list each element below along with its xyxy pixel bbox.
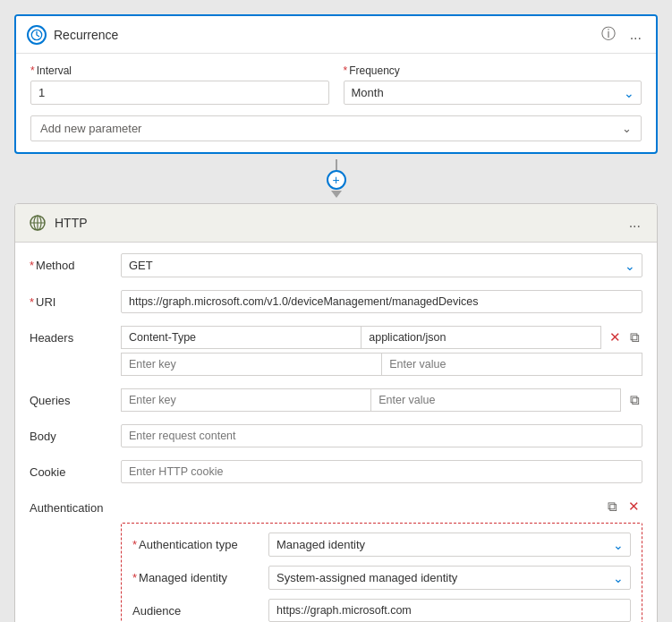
method-row: *Method GET POST PUT PATCH DELETE ⌄ [30, 253, 642, 277]
frequency-select[interactable]: Month Second Minute Hour Day Week [344, 81, 642, 105]
auth-section: *Authentication type Managed identity No… [121, 523, 642, 622]
audience-field [268, 599, 631, 622]
headers-label: Headers [30, 326, 110, 345]
plus-icon: + [332, 173, 339, 187]
http-header-left: HTTP [28, 213, 88, 233]
header-row-1-actions: ✕ ⧉ [601, 327, 642, 348]
body-field [121, 424, 642, 447]
more-icon: ... [630, 27, 642, 43]
cookie-input[interactable] [121, 460, 642, 483]
auth-delete-icon[interactable]: ✕ [625, 496, 642, 517]
auth-top-actions: ⧉ ✕ [121, 496, 642, 517]
managed-identity-label: *Managed identity [132, 571, 258, 584]
header-row-2 [121, 353, 642, 376]
recurrence-header: Recurrence ⓘ ... [16, 16, 656, 54]
header-delete-1-icon[interactable]: ✕ [607, 327, 624, 348]
body-input[interactable] [121, 424, 642, 447]
http-card: HTTP ... *Method GET POST [14, 203, 658, 622]
header-left: Recurrence [27, 25, 118, 45]
cookie-label: Cookie [30, 460, 110, 479]
http-title: HTTP [55, 216, 88, 230]
interval-group: *Interval [30, 64, 329, 105]
header-key-2[interactable] [121, 353, 381, 376]
audience-input[interactable] [268, 599, 631, 622]
headers-row: Headers ✕ ⧉ [30, 326, 642, 376]
queries-fields: ⧉ [121, 388, 642, 412]
authentication-label: Authentication [30, 496, 110, 515]
http-icon [28, 213, 47, 233]
auth-type-select[interactable]: Managed identity None Basic Client Certi… [268, 533, 631, 557]
cookie-row: Cookie [30, 460, 642, 483]
header-value-1[interactable] [361, 326, 601, 349]
add-parameter-chevron-icon: ⌄ [622, 122, 632, 135]
uri-required-star: * [30, 295, 34, 309]
auth-type-row: *Authentication type Managed identity No… [132, 533, 631, 557]
managed-identity-field: System-assigned managed identity User-as… [268, 566, 631, 590]
method-select[interactable]: GET POST PUT PATCH DELETE [121, 253, 642, 277]
header-value-2[interactable] [381, 353, 642, 376]
method-required-star: * [30, 259, 34, 272]
uri-field [121, 290, 642, 313]
uri-row: *URI [30, 290, 642, 313]
info-icon: ⓘ [601, 25, 616, 44]
http-header: HTTP ... [15, 204, 657, 243]
authentication-row: Authentication ⧉ ✕ *Authentication type [30, 496, 642, 622]
header-key-1[interactable] [121, 326, 361, 349]
body-label: Body [30, 424, 110, 443]
interval-input[interactable] [30, 81, 329, 105]
frequency-select-wrapper: Month Second Minute Hour Day Week ⌄ [344, 81, 642, 105]
http-header-right: ... [625, 213, 644, 233]
method-label: *Method [30, 253, 110, 272]
add-parameter-row[interactable]: Add new parameter ⌄ [30, 115, 642, 141]
interval-required-star: * [30, 64, 35, 77]
authentication-field: ⧉ ✕ *Authentication type [121, 496, 642, 622]
queries-copy-icon[interactable]: ⧉ [626, 389, 642, 411]
page-container: Recurrence ⓘ ... *Interval [14, 14, 658, 622]
cookie-field [121, 460, 642, 483]
queries-input-group [121, 388, 621, 412]
frequency-group: *Frequency Month Second Minute Hour Day … [344, 64, 642, 105]
method-select-wrapper: GET POST PUT PATCH DELETE ⌄ [121, 253, 642, 277]
audience-label: Audience [132, 604, 258, 618]
uri-label: *URI [30, 290, 110, 309]
header-row-2-inputs [121, 353, 642, 376]
connector-line-top [336, 159, 337, 170]
recurrence-icon [27, 25, 47, 45]
http-more-button[interactable]: ... [625, 213, 644, 233]
recurrence-body: *Interval *Frequency Month Second Minute… [16, 54, 656, 152]
method-field: GET POST PUT PATCH DELETE ⌄ [121, 253, 642, 277]
auth-copy-icon[interactable]: ⧉ [605, 496, 620, 517]
recurrence-info-button[interactable]: ⓘ [598, 23, 619, 46]
add-step-button[interactable]: + [327, 170, 346, 190]
queries-value-input[interactable] [370, 388, 621, 412]
header-right: ⓘ ... [598, 23, 645, 46]
body-row: Body [30, 424, 642, 447]
add-parameter-label: Add new parameter [40, 122, 141, 135]
managed-identity-select[interactable]: System-assigned managed identity User-as… [268, 566, 631, 590]
header-row-1: ✕ ⧉ [121, 326, 642, 349]
managed-identity-required-star: * [132, 571, 137, 584]
frequency-label: *Frequency [344, 64, 642, 77]
queries-label: Queries [30, 388, 110, 407]
uri-input[interactable] [121, 290, 642, 313]
recurrence-fields-row: *Interval *Frequency Month Second Minute… [30, 64, 642, 105]
auth-type-label: *Authentication type [132, 538, 258, 551]
managed-identity-select-wrapper: System-assigned managed identity User-as… [268, 566, 631, 590]
recurrence-card: Recurrence ⓘ ... *Interval [14, 14, 658, 154]
http-body: *Method GET POST PUT PATCH DELETE ⌄ [15, 243, 657, 622]
recurrence-more-button[interactable]: ... [626, 25, 645, 45]
queries-key-input[interactable] [121, 388, 370, 412]
connector-arrow [331, 191, 342, 198]
managed-identity-row: *Managed identity System-assigned manage… [132, 566, 631, 590]
recurrence-title: Recurrence [54, 28, 118, 42]
header-copy-1-icon[interactable]: ⧉ [627, 327, 642, 348]
audience-row: Audience [132, 599, 631, 622]
connector: + [327, 154, 346, 203]
frequency-required-star: * [344, 64, 348, 77]
headers-field: ✕ ⧉ [121, 326, 642, 376]
header-row-1-inputs [121, 326, 601, 349]
auth-type-required-star: * [132, 538, 137, 551]
http-more-icon: ... [629, 215, 641, 231]
queries-row: Queries ⧉ [30, 388, 642, 412]
auth-type-select-wrapper: Managed identity None Basic Client Certi… [268, 533, 631, 557]
